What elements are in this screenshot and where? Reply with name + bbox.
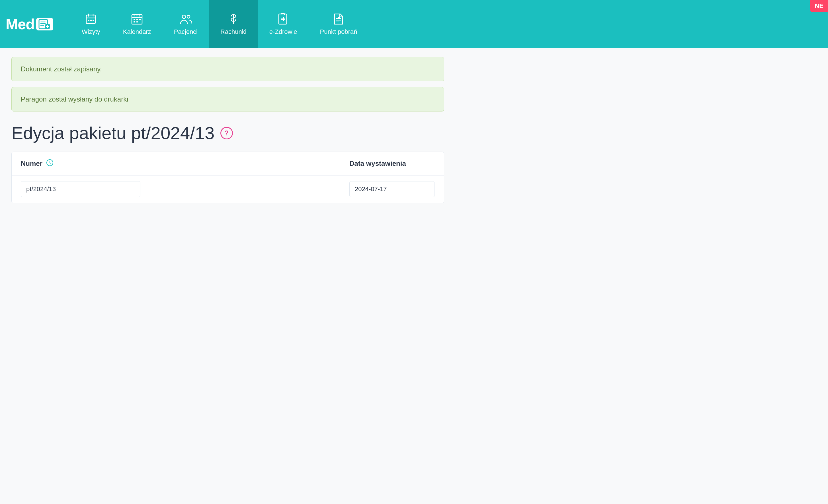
wizyty-icon (85, 13, 97, 25)
svg-rect-3 (88, 19, 89, 21)
header-numer: Numer (21, 159, 349, 168)
nav-item-pacjenci[interactable]: Pacjenci (163, 0, 209, 48)
nav-item-rachunki[interactable]: Rachunki (209, 0, 258, 48)
svg-point-13 (187, 15, 190, 18)
alert-document-saved: Dokument został zapisany. (11, 57, 444, 81)
alert-paragon-sent-text: Paragon został wysłany do drukarki (21, 95, 128, 103)
pacjenci-icon (179, 13, 192, 25)
alert-paragon-sent: Paragon został wysłany do drukarki (11, 87, 444, 111)
svg-rect-4 (90, 19, 92, 21)
logo-file-icon (38, 19, 51, 29)
svg-rect-5 (92, 19, 94, 21)
main-content: Dokument został zapisany. Paragon został… (0, 48, 456, 212)
cell-numer (21, 181, 349, 197)
nav-item-ezdrowie[interactable]: e-Zdrowie (258, 0, 308, 48)
table-row (12, 176, 444, 203)
page-title-section: Edycja pakietu pt/2024/13 ? (11, 123, 444, 143)
navbar: Med Wizyty (0, 0, 828, 48)
nav-kalendarz-label: Kalendarz (123, 28, 151, 36)
nav-item-kalendarz[interactable]: Kalendarz (112, 0, 163, 48)
page-title: Edycja pakietu pt/2024/13 (11, 123, 215, 143)
nav-punkt-pobran-label: Punkt pobrań (320, 28, 357, 36)
logo[interactable]: Med (6, 16, 53, 33)
svg-rect-10 (133, 21, 135, 22)
new-badge: NE (810, 0, 828, 12)
svg-rect-11 (136, 21, 138, 22)
numer-input[interactable] (21, 181, 140, 197)
clock-icon (46, 159, 54, 168)
header-numer-label: Numer (21, 159, 42, 168)
logo-icon (36, 18, 53, 31)
punkt-pobran-icon (332, 13, 345, 25)
cell-data-wystawienia (349, 181, 435, 197)
svg-point-12 (182, 15, 185, 18)
svg-rect-9 (139, 19, 141, 20)
svg-rect-8 (136, 19, 138, 20)
nav-item-wizyty[interactable]: Wizyty (70, 0, 112, 48)
svg-rect-16 (338, 17, 340, 18)
svg-rect-2 (86, 15, 95, 24)
kalendarz-icon (131, 13, 143, 25)
logo-text: Med (6, 16, 35, 33)
help-icon[interactable]: ? (220, 127, 233, 139)
nav-wizyty-label: Wizyty (82, 28, 100, 36)
ezdrowie-icon (277, 13, 290, 25)
nav-pacjenci-label: Pacjenci (174, 28, 198, 36)
nav-ezdrowie-label: e-Zdrowie (270, 28, 297, 36)
nav-rachunki-label: Rachunki (220, 28, 247, 36)
rachunki-icon (227, 13, 240, 25)
document-table: Numer Data wystawienia (11, 151, 444, 203)
data-wystawienia-input[interactable] (349, 181, 435, 197)
nav-item-punkt-pobran[interactable]: Punkt pobrań (308, 0, 369, 48)
table-header: Numer Data wystawienia (12, 152, 444, 176)
nav-items: Wizyty Kalendarz Pac (70, 0, 822, 48)
svg-rect-7 (133, 19, 135, 20)
header-data-wystawienia: Data wystawienia (349, 159, 435, 168)
header-data-wystawienia-label: Data wystawienia (349, 159, 406, 168)
alert-document-saved-text: Dokument został zapisany. (21, 65, 102, 73)
